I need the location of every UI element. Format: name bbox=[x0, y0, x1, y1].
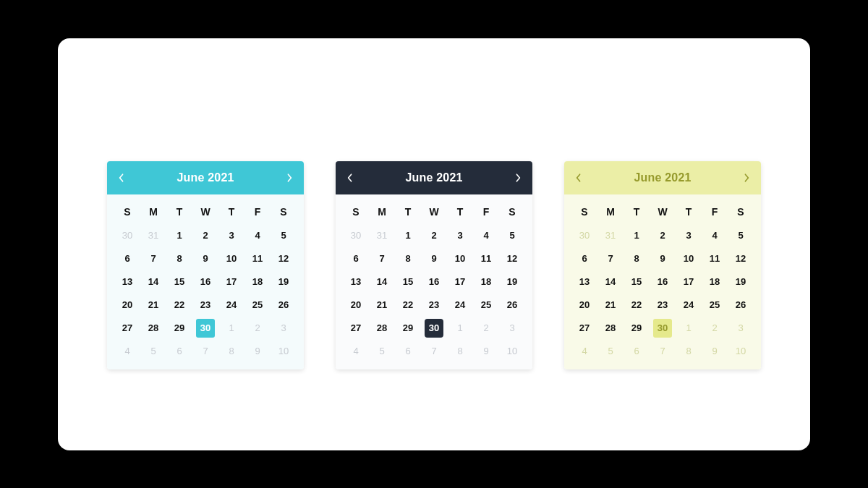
day-cell[interactable]: 3 bbox=[676, 225, 702, 247]
day-cell[interactable]: 21 bbox=[140, 294, 166, 316]
day-cell[interactable]: 16 bbox=[421, 271, 447, 293]
day-cell[interactable]: 26 bbox=[728, 294, 754, 316]
day-cell[interactable]: 31 bbox=[140, 225, 166, 247]
day-cell[interactable]: 4 bbox=[473, 225, 499, 247]
day-cell[interactable]: 28 bbox=[597, 317, 624, 339]
day-cell[interactable]: 23 bbox=[650, 294, 676, 316]
day-cell[interactable]: 1 bbox=[166, 225, 192, 247]
day-cell[interactable]: 28 bbox=[140, 317, 166, 339]
day-cell[interactable]: 27 bbox=[343, 317, 369, 339]
day-cell[interactable]: 13 bbox=[571, 271, 597, 293]
day-cell[interactable]: 30 bbox=[343, 225, 369, 247]
day-cell[interactable]: 30 bbox=[114, 225, 140, 247]
day-cell[interactable]: 31 bbox=[597, 225, 624, 247]
day-cell[interactable]: 20 bbox=[343, 294, 369, 316]
day-cell[interactable]: 11 bbox=[244, 248, 271, 270]
day-cell[interactable]: 11 bbox=[473, 248, 499, 270]
day-cell[interactable]: 20 bbox=[571, 294, 597, 316]
day-cell[interactable]: 20 bbox=[114, 294, 140, 316]
day-cell[interactable]: 3 bbox=[218, 225, 244, 247]
day-cell[interactable]: 29 bbox=[395, 317, 421, 339]
day-cell[interactable]: 13 bbox=[343, 271, 369, 293]
day-cell[interactable]: 24 bbox=[218, 294, 244, 316]
prev-month-button[interactable] bbox=[567, 161, 590, 194]
day-cell[interactable]: 8 bbox=[676, 341, 702, 362]
day-cell[interactable]: 14 bbox=[140, 271, 166, 293]
day-cell[interactable]: 15 bbox=[395, 271, 421, 293]
day-cell[interactable]: 18 bbox=[473, 271, 499, 293]
next-month-button[interactable] bbox=[506, 161, 529, 194]
day-cell[interactable]: 9 bbox=[244, 341, 271, 362]
prev-month-button[interactable] bbox=[110, 161, 133, 194]
day-cell[interactable]: 30 bbox=[571, 225, 597, 247]
day-cell[interactable]: 10 bbox=[218, 248, 244, 270]
day-cell[interactable]: 4 bbox=[571, 341, 597, 362]
day-cell[interactable]: 5 bbox=[271, 225, 297, 247]
day-cell[interactable]: 12 bbox=[728, 248, 754, 270]
day-cell[interactable]: 5 bbox=[499, 225, 525, 247]
day-cell[interactable]: 18 bbox=[244, 271, 271, 293]
day-cell[interactable]: 16 bbox=[192, 271, 218, 293]
day-cell[interactable]: 6 bbox=[166, 341, 192, 362]
day-cell[interactable]: 2 bbox=[421, 225, 447, 247]
day-cell[interactable]: 31 bbox=[369, 225, 395, 247]
day-cell[interactable]: 15 bbox=[166, 271, 192, 293]
day-cell[interactable]: 22 bbox=[395, 294, 421, 316]
day-cell[interactable]: 23 bbox=[421, 294, 447, 316]
day-cell[interactable]: 13 bbox=[114, 271, 140, 293]
day-cell[interactable]: 14 bbox=[597, 271, 624, 293]
day-cell[interactable]: 25 bbox=[473, 294, 499, 316]
day-cell[interactable]: 17 bbox=[447, 271, 473, 293]
day-cell[interactable]: 11 bbox=[702, 248, 728, 270]
day-cell[interactable]: 30 bbox=[425, 319, 443, 338]
day-cell[interactable]: 4 bbox=[702, 225, 728, 247]
day-cell[interactable]: 5 bbox=[597, 341, 624, 362]
day-cell[interactable]: 4 bbox=[114, 341, 140, 362]
day-cell[interactable]: 7 bbox=[192, 341, 218, 362]
day-cell[interactable]: 19 bbox=[499, 271, 525, 293]
day-cell[interactable]: 10 bbox=[271, 341, 297, 362]
day-cell[interactable]: 30 bbox=[653, 319, 672, 338]
day-cell[interactable]: 23 bbox=[192, 294, 218, 316]
day-cell[interactable]: 14 bbox=[369, 271, 395, 293]
day-cell[interactable]: 10 bbox=[499, 341, 525, 362]
day-cell[interactable]: 19 bbox=[728, 271, 754, 293]
day-cell[interactable]: 29 bbox=[166, 317, 192, 339]
day-cell[interactable]: 6 bbox=[571, 248, 597, 270]
day-cell[interactable]: 4 bbox=[343, 341, 369, 362]
day-cell[interactable]: 6 bbox=[343, 248, 369, 270]
day-cell[interactable]: 8 bbox=[166, 248, 192, 270]
day-cell[interactable]: 28 bbox=[369, 317, 395, 339]
day-cell[interactable]: 16 bbox=[650, 271, 676, 293]
day-cell[interactable]: 2 bbox=[702, 317, 728, 339]
day-cell[interactable]: 8 bbox=[447, 341, 473, 362]
day-cell[interactable]: 12 bbox=[499, 248, 525, 270]
day-cell[interactable]: 3 bbox=[447, 225, 473, 247]
day-cell[interactable]: 22 bbox=[624, 294, 650, 316]
day-cell[interactable]: 1 bbox=[395, 225, 421, 247]
day-cell[interactable]: 9 bbox=[192, 248, 218, 270]
day-cell[interactable]: 3 bbox=[271, 317, 297, 339]
day-cell[interactable]: 27 bbox=[571, 317, 597, 339]
day-cell[interactable]: 6 bbox=[395, 341, 421, 362]
day-cell[interactable]: 10 bbox=[676, 248, 702, 270]
day-cell[interactable]: 1 bbox=[447, 317, 473, 339]
day-cell[interactable]: 27 bbox=[114, 317, 140, 339]
day-cell[interactable]: 12 bbox=[271, 248, 297, 270]
day-cell[interactable]: 10 bbox=[447, 248, 473, 270]
day-cell[interactable]: 17 bbox=[676, 271, 702, 293]
day-cell[interactable]: 1 bbox=[676, 317, 702, 339]
day-cell[interactable]: 7 bbox=[369, 248, 395, 270]
day-cell[interactable]: 9 bbox=[421, 248, 447, 270]
day-cell[interactable]: 2 bbox=[650, 225, 676, 247]
day-cell[interactable]: 15 bbox=[624, 271, 650, 293]
day-cell[interactable]: 7 bbox=[650, 341, 676, 362]
day-cell[interactable]: 1 bbox=[218, 317, 244, 339]
day-cell[interactable]: 24 bbox=[676, 294, 702, 316]
day-cell[interactable]: 8 bbox=[218, 341, 244, 362]
day-cell[interactable]: 5 bbox=[728, 225, 754, 247]
day-cell[interactable]: 8 bbox=[624, 248, 650, 270]
day-cell[interactable]: 10 bbox=[728, 341, 754, 362]
day-cell[interactable]: 26 bbox=[499, 294, 525, 316]
day-cell[interactable]: 3 bbox=[728, 317, 754, 339]
